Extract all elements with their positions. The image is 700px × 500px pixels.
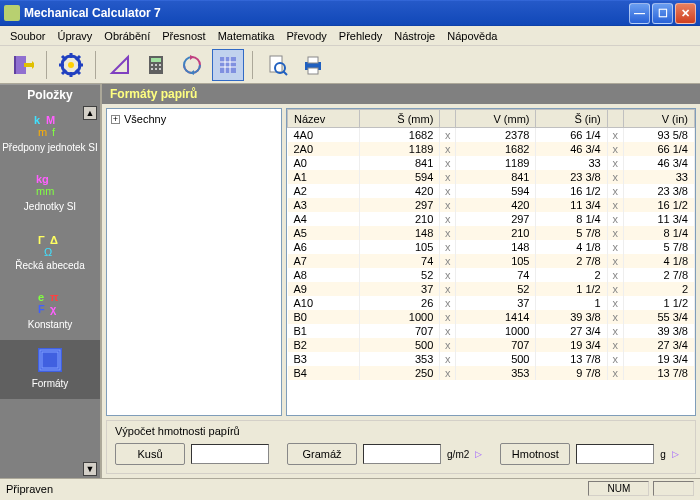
tree-view[interactable]: + Všechny bbox=[106, 108, 282, 416]
weight-button[interactable]: Hmotnost bbox=[500, 443, 570, 465]
title-bar: Mechanical Calculator 7 — ☐ ✕ bbox=[0, 0, 700, 26]
svg-text:k: k bbox=[34, 114, 41, 126]
constants-icon: eπFχ bbox=[32, 287, 68, 315]
svg-rect-13 bbox=[151, 58, 161, 62]
status-empty bbox=[653, 481, 694, 496]
table-row[interactable]: B1707x100027 3/4x39 3/8 bbox=[288, 324, 695, 338]
table-row[interactable]: A937x521 1/2x2 bbox=[288, 282, 695, 296]
table-row[interactable]: B3353x50013 7/8x19 3/4 bbox=[288, 352, 695, 366]
table-row[interactable]: A2420x59416 1/2x23 3/8 bbox=[288, 184, 695, 198]
svg-text:χ: χ bbox=[50, 303, 57, 315]
svg-rect-16 bbox=[159, 64, 161, 66]
column-header[interactable]: Název bbox=[288, 110, 360, 128]
table-row[interactable]: 2A01189x168246 3/4x66 1/4 bbox=[288, 142, 695, 156]
svg-text:Γ: Γ bbox=[38, 234, 45, 246]
svg-text:e: e bbox=[38, 291, 44, 303]
weight-unit: g bbox=[660, 449, 666, 460]
toolbar-exit-button[interactable] bbox=[6, 49, 38, 81]
menu-napoveda[interactable]: Nápověda bbox=[441, 28, 503, 44]
sidebar-item-units[interactable]: kgmm Jednotky SI bbox=[0, 163, 100, 222]
calculation-panel: Výpočet hmotnosti papírů Kusů Gramáž g/m… bbox=[106, 420, 696, 474]
grammage-input[interactable] bbox=[363, 444, 441, 464]
main-panel: Formáty papírů + Všechny NázevŠ (mm)V (m… bbox=[100, 84, 700, 478]
main-header: Formáty papírů bbox=[102, 84, 700, 104]
toolbar-triangle-button[interactable] bbox=[104, 49, 136, 81]
menu-upravy[interactable]: Úpravy bbox=[51, 28, 98, 44]
grammage-button[interactable]: Gramáž bbox=[287, 443, 357, 465]
column-header[interactable] bbox=[440, 110, 456, 128]
menu-matematika[interactable]: Matematika bbox=[212, 28, 281, 44]
menu-soubor[interactable]: Soubor bbox=[4, 28, 51, 44]
toolbar-grid-button[interactable] bbox=[212, 49, 244, 81]
svg-text:Ω: Ω bbox=[44, 246, 52, 256]
svg-text:F: F bbox=[38, 303, 45, 315]
triangle-icon[interactable]: ▷ bbox=[475, 449, 482, 459]
svg-rect-14 bbox=[151, 64, 153, 66]
table-row[interactable]: A1594x84123 3/8x33 bbox=[288, 170, 695, 184]
toolbar-settings-button[interactable] bbox=[55, 49, 87, 81]
menu-obrabeni[interactable]: Obrábění bbox=[98, 28, 156, 44]
sidebar-item-label: Formáty bbox=[2, 378, 98, 389]
svg-line-27 bbox=[283, 71, 287, 75]
toolbar-calculator-button[interactable] bbox=[140, 49, 172, 81]
column-header[interactable]: V (mm) bbox=[456, 110, 536, 128]
sidebar-item-formats[interactable]: Formáty bbox=[0, 340, 100, 399]
toolbar-refresh-button[interactable] bbox=[176, 49, 208, 81]
column-header[interactable]: V (in) bbox=[623, 110, 694, 128]
pieces-button[interactable]: Kusů bbox=[115, 443, 185, 465]
svg-text:f: f bbox=[52, 126, 56, 138]
svg-text:kg: kg bbox=[36, 173, 49, 185]
sidebar: Položky ▲ kMmf Předpony jednotek SI kgmm… bbox=[0, 84, 100, 478]
sidebar-header: Položky bbox=[0, 84, 100, 104]
triangle-icon[interactable]: ▷ bbox=[672, 449, 679, 459]
close-button[interactable]: ✕ bbox=[675, 3, 696, 24]
svg-rect-18 bbox=[155, 68, 157, 70]
table-row[interactable]: 4A01682x237866 1/4x93 5/8 bbox=[288, 128, 695, 143]
formats-icon bbox=[32, 346, 68, 374]
menu-presnost[interactable]: Přesnost bbox=[156, 28, 211, 44]
status-text: Připraven bbox=[6, 483, 584, 495]
sidebar-scroll-down[interactable]: ▼ bbox=[83, 462, 97, 476]
table-row[interactable]: A3297x42011 3/4x16 1/2 bbox=[288, 198, 695, 212]
table-row[interactable]: A6105x1484 1/8x5 7/8 bbox=[288, 240, 695, 254]
maximize-button[interactable]: ☐ bbox=[652, 3, 673, 24]
table-row[interactable]: B2500x70719 3/4x27 3/4 bbox=[288, 338, 695, 352]
column-header[interactable]: Š (in) bbox=[536, 110, 607, 128]
pieces-input[interactable] bbox=[191, 444, 269, 464]
table-row[interactable]: A0841x118933x46 3/4 bbox=[288, 156, 695, 170]
table-row[interactable]: A852x742x2 7/8 bbox=[288, 268, 695, 282]
calc-panel-title: Výpočet hmotnosti papírů bbox=[115, 423, 687, 443]
menu-prevody[interactable]: Převody bbox=[280, 28, 332, 44]
table-row[interactable]: A5148x2105 7/8x8 1/4 bbox=[288, 226, 695, 240]
sidebar-item-constants[interactable]: eπFχ Konstanty bbox=[0, 281, 100, 340]
expand-icon[interactable]: + bbox=[111, 115, 120, 124]
toolbar-preview-button[interactable] bbox=[261, 49, 293, 81]
table-row[interactable]: A1026x371x1 1/2 bbox=[288, 296, 695, 310]
app-icon bbox=[4, 5, 20, 21]
svg-rect-15 bbox=[155, 64, 157, 66]
sidebar-scroll-up[interactable]: ▲ bbox=[83, 106, 97, 120]
svg-text:M: M bbox=[46, 114, 55, 126]
table-row[interactable]: B01000x141439 3/8x55 3/4 bbox=[288, 310, 695, 324]
tree-root-item[interactable]: + Všechny bbox=[111, 113, 277, 125]
svg-text:Δ: Δ bbox=[50, 234, 58, 246]
menu-nastroje[interactable]: Nástroje bbox=[388, 28, 441, 44]
tree-root-label: Všechny bbox=[124, 113, 166, 125]
table-row[interactable]: B4250x3539 7/8x13 7/8 bbox=[288, 366, 695, 380]
table-row[interactable]: A774x1052 7/8x4 1/8 bbox=[288, 254, 695, 268]
weight-input[interactable] bbox=[576, 444, 654, 464]
data-table[interactable]: NázevŠ (mm)V (mm)Š (in)V (in)4A01682x237… bbox=[286, 108, 696, 416]
svg-text:m: m bbox=[38, 126, 47, 138]
column-header[interactable]: Š (mm) bbox=[360, 110, 440, 128]
toolbar-print-button[interactable] bbox=[297, 49, 329, 81]
sidebar-item-label: Řecká abeceda bbox=[2, 260, 98, 271]
sidebar-item-greek[interactable]: ΓΔΩ Řecká abeceda bbox=[0, 222, 100, 281]
minimize-button[interactable]: — bbox=[629, 3, 650, 24]
status-bar: Připraven NUM bbox=[0, 478, 700, 498]
sidebar-item-label: Jednotky SI bbox=[2, 201, 98, 212]
table-row[interactable]: A4210x2978 1/4x11 3/4 bbox=[288, 212, 695, 226]
column-header[interactable] bbox=[607, 110, 623, 128]
status-num: NUM bbox=[588, 481, 649, 496]
menu-prehledy[interactable]: Přehledy bbox=[333, 28, 388, 44]
svg-rect-20 bbox=[220, 57, 236, 73]
